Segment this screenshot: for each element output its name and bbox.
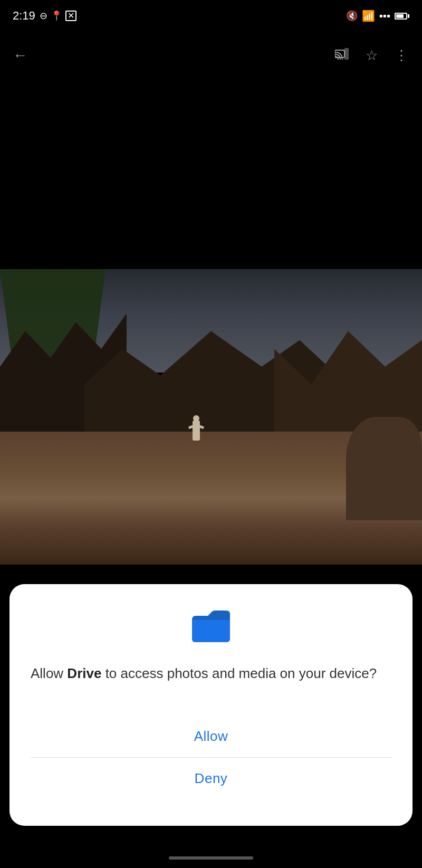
- deny-button[interactable]: Deny: [31, 758, 391, 799]
- back-button[interactable]: ←: [13, 47, 27, 64]
- folder-svg: [192, 611, 230, 642]
- dnd-icon: ⊖: [40, 10, 47, 22]
- mute-icon: 🔇: [346, 10, 358, 22]
- person-body: [193, 421, 200, 441]
- home-indicator: [169, 856, 253, 860]
- close-icon: ✕: [65, 11, 76, 21]
- battery-icon: [395, 13, 409, 20]
- dialog-message: Allow Drive to access photos and media o…: [31, 663, 391, 684]
- dark-overlay: [0, 269, 422, 565]
- nav-left: ←: [13, 47, 27, 64]
- signal-icon: ▪▪▪: [379, 10, 390, 22]
- status-icons-left: ⊖ 📍 ✕: [40, 10, 76, 22]
- svg-rect-1: [344, 48, 349, 60]
- star-icon[interactable]: ☆: [366, 47, 378, 64]
- allow-button[interactable]: Allow: [31, 716, 391, 757]
- black-area: [0, 79, 422, 269]
- location-icon: 📍: [51, 10, 62, 22]
- person: [186, 404, 207, 441]
- photo-area: [0, 269, 422, 565]
- dialog-folder-icon: [192, 611, 230, 644]
- status-right: 🔇 📶 ▪▪▪: [346, 9, 409, 22]
- person-arm-right: [194, 423, 205, 430]
- nav-right: ☆ ⋮: [335, 47, 409, 64]
- wifi-icon: 📶: [362, 9, 375, 22]
- svg-rect-3: [192, 618, 230, 642]
- canyon-scene: [0, 269, 422, 565]
- status-left: 2:19 ⊖ 📍 ✕: [13, 9, 76, 23]
- message-prefix: Allow: [31, 665, 67, 681]
- message-suffix: to access photos and media on your devic…: [101, 665, 377, 681]
- status-time: 2:19: [13, 9, 35, 23]
- app-name: Drive: [67, 665, 101, 681]
- permission-dialog: Allow Drive to access photos and media o…: [9, 584, 413, 826]
- nav-bar: ← ☆ ⋮: [0, 32, 422, 79]
- cast-icon[interactable]: [335, 48, 349, 63]
- more-menu-icon[interactable]: ⋮: [395, 47, 409, 64]
- dialog-buttons: Allow Deny: [31, 716, 391, 799]
- status-bar: 2:19 ⊖ 📍 ✕ 🔇 📶 ▪▪▪: [0, 0, 422, 32]
